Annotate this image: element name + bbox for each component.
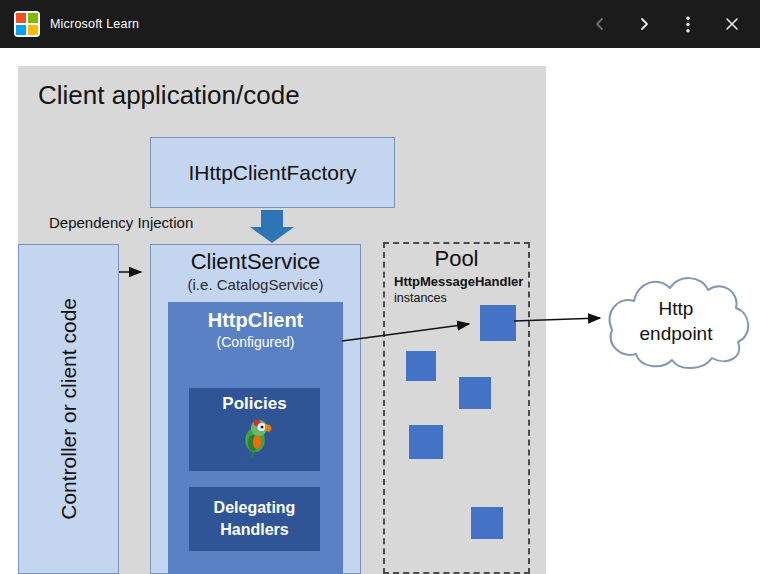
http-endpoint-label: Http endpoint xyxy=(596,266,756,378)
http-endpoint-cloud: Http endpoint xyxy=(596,266,756,378)
pool-title: Pool xyxy=(385,246,528,272)
policies-label: Policies xyxy=(222,394,286,414)
back-button[interactable] xyxy=(584,8,616,40)
image-canvas: Client application/code IHttpClientFacto… xyxy=(0,48,760,574)
more-options-button[interactable] xyxy=(672,8,704,40)
microsoft-logo-icon xyxy=(14,11,40,37)
screen: Microsoft Learn Client application/code … xyxy=(0,0,760,574)
httpclient-box: HttpClient (Configured) Policies xyxy=(168,302,343,574)
diagram-heading: Client application/code xyxy=(38,80,300,111)
httpclient-subtitle: (Configured) xyxy=(168,334,343,350)
dependency-injection-label: Dependency Injection xyxy=(49,214,193,231)
close-icon xyxy=(725,17,739,31)
ihttpclientfactory-label: IHttpClientFactory xyxy=(188,161,356,185)
controller-label: Controller or client code xyxy=(57,298,81,520)
handler-instance-square xyxy=(471,507,503,539)
handler-instance-square xyxy=(459,377,491,409)
controller-box: Controller or client code xyxy=(18,244,119,574)
pool-type-label: HttpMessageHandler xyxy=(385,274,528,289)
policies-box: Policies xyxy=(189,388,320,471)
delegating-handlers-box: Delegating Handlers xyxy=(189,487,320,551)
polly-parrot-icon xyxy=(232,416,278,460)
handler-instance-square xyxy=(480,305,516,341)
clientservice-box: ClientService (i.e. CatalogService) Http… xyxy=(150,244,361,574)
pool-instances-label: instances xyxy=(385,291,528,305)
ms-logo-blue-square xyxy=(16,25,26,35)
kebab-menu-icon xyxy=(686,16,690,33)
pool-box: Pool HttpMessageHandler instances xyxy=(383,242,530,574)
clientservice-subtitle: (i.e. CatalogService) xyxy=(151,276,360,293)
clientservice-title: ClientService xyxy=(151,249,360,275)
brand-label: Microsoft Learn xyxy=(50,17,139,31)
forward-button[interactable] xyxy=(628,8,660,40)
close-button[interactable] xyxy=(716,8,748,40)
diagram-panel: Client application/code IHttpClientFacto… xyxy=(18,66,546,574)
handler-instance-square xyxy=(409,425,443,459)
ms-logo-yellow-square xyxy=(28,25,38,35)
ms-logo-green-square xyxy=(28,13,38,23)
httpclient-title: HttpClient xyxy=(168,309,343,332)
titlebar-buttons xyxy=(584,8,748,40)
titlebar: Microsoft Learn xyxy=(0,0,760,48)
delegating-handlers-label: Delegating Handlers xyxy=(205,497,304,540)
handler-instance-square xyxy=(406,351,436,381)
chevron-right-icon xyxy=(637,17,651,31)
ihttpclientfactory-box: IHttpClientFactory xyxy=(150,137,395,208)
ms-logo-red-square xyxy=(16,13,26,23)
chevron-left-icon xyxy=(593,17,607,31)
